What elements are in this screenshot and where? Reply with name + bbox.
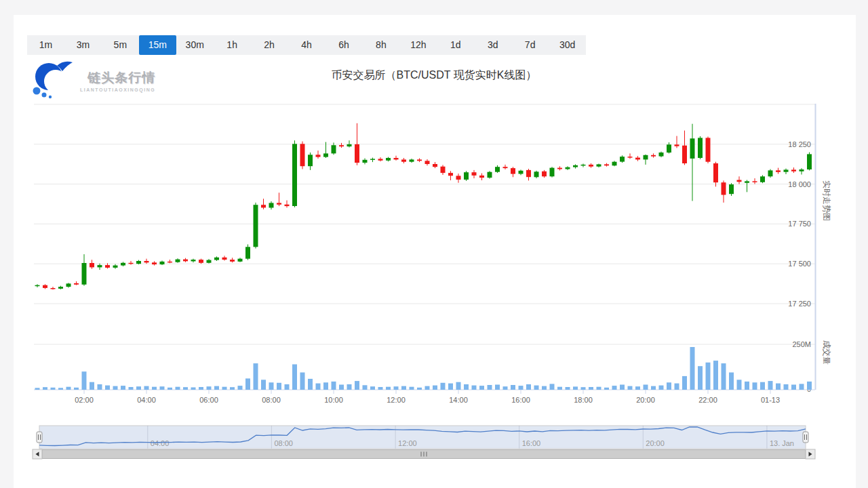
volume-axis-title: 成交量	[822, 340, 831, 365]
kline-chart[interactable]: 18 25018 00017 75017 50017 250250M002:00…	[0, 0, 868, 488]
x-axis-labels: 02:0004:0006:0008:0010:0012:0014:0016:00…	[75, 390, 780, 404]
scrollbar-left-button[interactable]	[33, 449, 42, 459]
x-tick-label: 10:00	[324, 396, 343, 404]
x-tick-label: 16:00	[511, 396, 530, 404]
navigator-label: 12:00	[398, 439, 417, 447]
x-tick-label: 22:00	[698, 396, 717, 404]
x-tick-label: 06:00	[199, 396, 218, 404]
x-tick-label: 14:00	[449, 396, 468, 404]
navigator-label: 13. Jan	[770, 439, 794, 447]
price-axis-title: 实时走势图	[822, 180, 831, 221]
navigator-handle-left[interactable]	[37, 432, 42, 443]
x-tick-label: 18:00	[574, 396, 593, 404]
x-tick-label: 12:00	[387, 396, 406, 404]
x-tick-label: 08:00	[262, 396, 281, 404]
navigator-label: 08:00	[274, 439, 293, 447]
scrollbar-right-button[interactable]	[806, 449, 815, 459]
x-tick-label: 04:00	[137, 396, 156, 404]
x-tick-label: 20:00	[636, 396, 655, 404]
navigator-handle-right[interactable]	[803, 432, 808, 443]
navigator-label: 04:00	[151, 439, 170, 447]
navigator-label: 20:00	[646, 439, 665, 447]
x-tick-label: 02:00	[75, 396, 94, 404]
x-tick-label: 01-13	[761, 396, 780, 404]
chart-plot-area[interactable]	[34, 104, 815, 390]
navigator-label: 16:00	[522, 439, 541, 447]
